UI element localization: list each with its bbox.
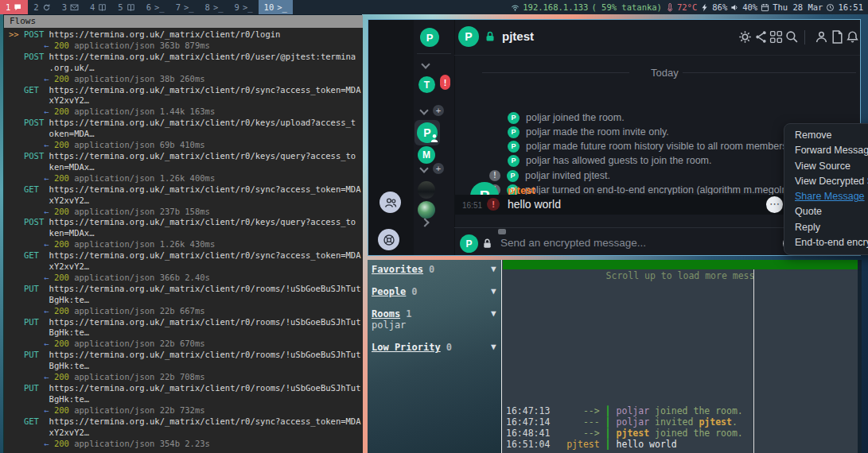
room-avatar-m[interactable]: M — [418, 146, 435, 164]
flow-line[interactable]: xY2xvY2… — [9, 261, 363, 273]
flow-line[interactable]: GET https://termina.org.uk/_matrix/clien… — [9, 250, 363, 261]
flow-line[interactable]: ← 200 application/json 354b 2.23s — [9, 439, 363, 450]
flow-line[interactable]: POST https://termina.org.uk/_matrix/clie… — [9, 52, 363, 63]
workspace-label: 6 — [146, 2, 151, 12]
flow-line[interactable]: BgHk:te… — [9, 394, 363, 405]
room-avatar[interactable]: pjtestP — [458, 26, 479, 47]
flow-line[interactable]: POST https://termina.org.uk/_matrix/clie… — [9, 217, 363, 228]
send-error-icon[interactable]: ! — [487, 198, 500, 211]
flow-line[interactable]: xY2xvY2… — [9, 95, 363, 106]
buffer-section-favorites[interactable]: Favorites0 — [372, 264, 434, 275]
flow-line[interactable]: PUT https://termina.org.uk/_matrix/clien… — [9, 317, 363, 328]
flow-line[interactable]: ← 200 application/json 366b 2.40s — [9, 273, 363, 284]
flow-line[interactable]: PUT https://termina.org.uk/_matrix/clien… — [9, 383, 363, 394]
panel-separator[interactable] — [501, 260, 502, 453]
flow-line[interactable]: ← 200 application/json 1.26k 400ms — [9, 173, 363, 184]
power-icon — [700, 3, 709, 12]
flow-line[interactable]: GET https://termina.org.uk/_matrix/clien… — [9, 184, 363, 196]
notifications-button[interactable] — [846, 30, 859, 47]
event-avatar: P — [507, 170, 519, 182]
room-avatar-image[interactable] — [418, 181, 435, 199]
menu-item-forward-message[interactable]: Forward Message — [784, 143, 868, 158]
flow-line[interactable]: POST https://termina.org.uk/_matrix/clie… — [9, 151, 363, 162]
flow-line[interactable]: ← 200 application/json 69b 410ms — [9, 140, 363, 151]
collapse-triangle-icon[interactable]: ▼ — [491, 342, 496, 352]
search-button[interactable] — [785, 30, 799, 47]
buffer-item-poljar[interactable]: poljar — [372, 319, 406, 331]
help-button[interactable] — [378, 229, 399, 250]
buffer-section-people[interactable]: People0 — [372, 286, 418, 297]
add-room-button[interactable]: + — [433, 105, 444, 116]
workspace-9[interactable]: 9>_ — [229, 0, 259, 14]
nicklist-separator[interactable] — [753, 269, 754, 453]
message-input[interactable]: Send an encrypted message... — [500, 237, 646, 249]
menu-item-share-message[interactable]: Share Message — [784, 189, 868, 204]
collapse-triangle-icon[interactable]: ▼ — [491, 308, 496, 319]
collapse-triangle-icon[interactable]: ▼ — [491, 264, 496, 274]
workspace-6[interactable]: 6>_ — [141, 0, 170, 14]
flows-list[interactable]: >> POST https://termina.org.uk/_matrix/c… — [4, 28, 363, 451]
chevron-down-icon[interactable] — [419, 106, 428, 114]
room-avatar-invite[interactable]: T — [418, 76, 435, 93]
workspace-2[interactable]: 2 — [28, 0, 56, 14]
flow-line[interactable]: ← 200 application/json 22b 667ms — [9, 306, 363, 317]
flow-line[interactable]: ← 200 application/json 22b 670ms — [9, 339, 363, 350]
flow-line[interactable]: ken=MDAx… — [9, 228, 363, 239]
workspace-8[interactable]: 8>_ — [200, 0, 229, 14]
section-count: 1 — [406, 308, 411, 319]
apps-button[interactable] — [769, 30, 783, 47]
members-button[interactable] — [815, 30, 828, 47]
menu-item-quote[interactable]: Quote — [784, 204, 868, 219]
members-button[interactable] — [380, 192, 401, 213]
flow-line[interactable]: POST https://termina.org.uk/_matrix/clie… — [9, 118, 363, 129]
menu-item-reply[interactable]: Reply — [784, 220, 868, 235]
flow-line[interactable]: ← 200 application/json 22b 732ms — [9, 405, 363, 416]
flow-line[interactable]: BgHk:te… — [9, 361, 363, 372]
flow-line[interactable]: ← 200 application/json 38b 260ms — [9, 74, 363, 85]
flow-line[interactable]: xY2xvY2… — [9, 196, 363, 207]
flow-line[interactable]: PUT https://termina.org.uk/_matrix/clien… — [9, 284, 363, 295]
chat-log[interactable]: 16:47:13 --> ┃ poljar joined the room.16… — [506, 405, 743, 450]
share-button[interactable] — [754, 30, 768, 47]
user-avatar[interactable]: P — [420, 28, 439, 47]
flow-line[interactable]: ken=MDAx… — [9, 162, 363, 173]
flow-line[interactable]: xY2xvY2… — [9, 428, 363, 439]
flow-line[interactable]: ← 200 application/json 237b 158ms — [9, 207, 363, 218]
flow-line[interactable]: GET https://termina.org.uk/_matrix/clien… — [9, 85, 363, 96]
flow-line[interactable]: GET https://termina.org.uk/_matrix/clien… — [9, 416, 363, 428]
avatar-letter: P — [426, 32, 434, 44]
flow-line[interactable]: .org.uk/… — [9, 63, 363, 74]
add-room-button[interactable]: + — [433, 163, 444, 174]
flow-line[interactable]: >> POST https://termina.org.uk/_matrix/c… — [9, 29, 363, 41]
menu-item-view-decrypted-source[interactable]: View Decrypted S — [784, 174, 868, 189]
settings-button[interactable] — [738, 30, 752, 47]
menu-item-view-source[interactable]: View Source — [784, 159, 868, 174]
menu-item-e2e-encryption[interactable]: End-to-end encry — [784, 235, 868, 250]
workspace-label: 9 — [235, 2, 239, 12]
flow-line[interactable]: BgHk:te… — [9, 295, 363, 306]
workspace-10[interactable]: 10>_ — [259, 0, 293, 14]
workspace-4[interactable]: 4 — [84, 0, 112, 14]
message-options-button[interactable]: ⋯ — [766, 196, 783, 213]
menu-item-remove[interactable]: Remove — [784, 128, 868, 143]
workspace-7[interactable]: 7>_ — [170, 0, 200, 14]
flow-line[interactable]: BgHk:te… — [9, 327, 363, 339]
flow-line[interactable]: ← 200 application/json 363b 879ms — [9, 41, 363, 52]
workspace-1[interactable]: 1 — [0, 0, 28, 14]
buffer-section-rooms[interactable]: Rooms1 — [372, 308, 411, 319]
flow-line[interactable]: ← 200 application/json 22b 708ms — [9, 372, 363, 383]
gear-icon — [738, 30, 752, 44]
files-button[interactable] — [831, 30, 844, 47]
buffer-section-low-priority[interactable]: Low Priority0 — [372, 342, 452, 353]
chevron-down-icon[interactable] — [419, 164, 428, 172]
flow-line[interactable]: ← 200 application/json 1.44k 163ms — [9, 106, 363, 118]
chevron-down-icon[interactable] — [421, 60, 430, 68]
workspace-3[interactable]: 3 — [56, 0, 84, 14]
room-avatar-image[interactable] — [418, 201, 435, 219]
chevron-right-icon[interactable] — [420, 218, 429, 226]
collapse-triangle-icon[interactable]: ▼ — [491, 286, 496, 296]
flow-line[interactable]: ← 200 application/json 1.26k 430ms — [9, 239, 363, 250]
workspace-5[interactable]: 5 — [112, 0, 140, 14]
flow-line[interactable]: oken=MDA… — [9, 129, 363, 140]
flow-line[interactable]: PUT https://termina.org.uk/_matrix/clien… — [9, 350, 363, 361]
